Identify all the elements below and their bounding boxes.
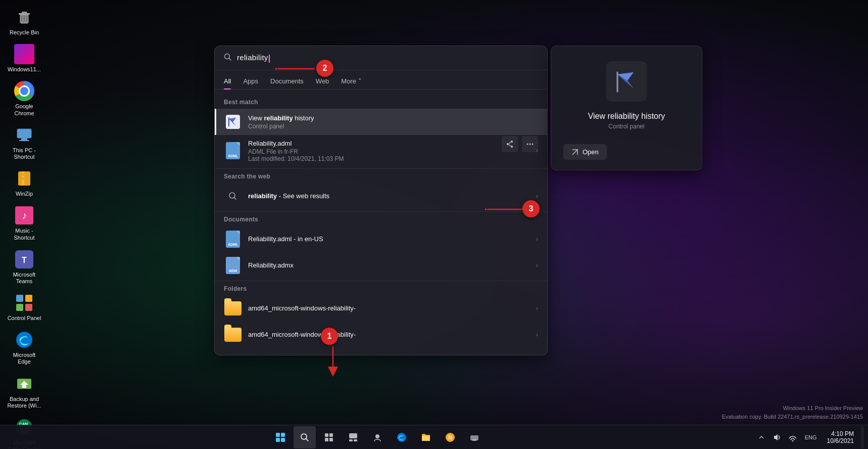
result-admx-arrow: › <box>536 262 538 269</box>
search-input[interactable]: reliability <box>237 53 538 62</box>
result-web-arrow: › <box>536 193 538 200</box>
tab-documents[interactable]: Documents <box>270 74 304 89</box>
result-folder-1[interactable]: amd64_microsoft-windows-reliability- › <box>215 295 547 322</box>
windows11-icon <box>14 44 34 64</box>
result-reliability-admx[interactable]: ADM Reliability.admx › <box>215 252 547 279</box>
search-results: Best match View reliability history <box>215 89 547 355</box>
language-label: ENG <box>805 434 817 440</box>
taskbar-edge-button[interactable] <box>391 426 413 448</box>
annotation-arrow-1 <box>328 346 343 377</box>
desktop-icon-edge[interactable]: Microsoft Edge <box>5 328 43 367</box>
desktop-icon-teams[interactable]: T Microsoft Teams <box>5 247 43 287</box>
result-folder2-arrow: › <box>536 331 538 338</box>
desktop-icon-music[interactable]: ♪ Music - Shortcut <box>5 203 43 243</box>
result-view-reliability-title: View reliability history <box>248 114 538 123</box>
svg-line-29 <box>229 59 231 61</box>
tab-more[interactable]: More ˅ <box>341 74 361 89</box>
winzip-label: WinZip <box>16 191 33 197</box>
taskbar-system-tray[interactable] <box>463 426 486 448</box>
show-desktop-button[interactable] <box>861 426 864 448</box>
taskbar-date: 10/6/2021 <box>827 437 854 444</box>
result-reliability-adml[interactable]: ADML Reliability.adml ADML File in fr-FR… <box>215 135 547 166</box>
annotation-2: 2 <box>316 60 333 77</box>
result-adml-subtitle2: Last modified: 10/4/2021, 11:03 PM <box>248 155 536 162</box>
winzip-icon <box>14 168 34 189</box>
result-adml-subtitle1: ADML File in fr-FR <box>248 148 536 155</box>
search-tabs: All Apps Documents Web More ˅ <box>215 70 547 89</box>
taskbar-explorer-button[interactable] <box>415 426 437 448</box>
svg-rect-52 <box>349 439 353 441</box>
result-admx-title: Reliability.admx <box>248 261 536 270</box>
svg-rect-7 <box>21 138 27 140</box>
svg-rect-12 <box>22 177 24 179</box>
result-adml-enus-arrow: › <box>536 236 538 243</box>
best-match-label: Best match <box>215 97 547 109</box>
desktop-icon-control-panel[interactable]: Control Panel <box>5 291 43 324</box>
taskbar-widgets-button[interactable] <box>342 426 364 448</box>
tab-apps[interactable]: Apps <box>243 74 258 89</box>
desktop-icon-windows11[interactable]: Windows11... <box>5 42 43 75</box>
selected-indicator <box>215 109 216 135</box>
result-adml-enus-text: Reliability.adml - in en-US <box>248 235 536 244</box>
taskbar-chat-button[interactable] <box>366 426 389 448</box>
taskbar-security-button[interactable]: N <box>439 426 461 448</box>
result-adml-title: Reliability.adml <box>248 139 536 148</box>
svg-rect-6 <box>17 129 31 138</box>
svg-rect-51 <box>349 433 357 438</box>
tab-all[interactable]: All <box>224 74 231 89</box>
result-folder-2[interactable]: amd64_microsoft-windows-reliability- › <box>215 322 547 348</box>
desktop-icon-backup[interactable]: Backup and Restore (Wi... <box>5 372 43 411</box>
taskbar-task-view-button[interactable] <box>318 426 340 448</box>
svg-rect-11 <box>22 173 24 175</box>
svg-rect-59 <box>472 439 476 441</box>
this-pc-icon <box>14 125 34 145</box>
result-adml-text: Reliability.adml ADML File in fr-FR Last… <box>248 139 536 162</box>
taskbar-search-icon <box>300 433 309 442</box>
start-button[interactable] <box>269 426 292 448</box>
recycle-bin-label: Recycle Bin <box>10 29 39 36</box>
result-reliability-adml-enus[interactable]: ADML Reliability.adml - in en-US › <box>215 226 547 252</box>
desktop-icon-winzip[interactable]: WinZip <box>5 166 43 199</box>
result-view-reliability[interactable]: View reliability history Control panel <box>215 109 547 135</box>
network-button[interactable] <box>786 426 800 448</box>
volume-button[interactable] <box>768 426 785 448</box>
svg-rect-19 <box>16 304 23 311</box>
svg-rect-47 <box>325 433 328 437</box>
edge-icon <box>14 330 34 350</box>
system-tray-icon <box>469 432 479 442</box>
result-folder1-arrow: › <box>536 305 538 312</box>
web-search-result-icon <box>224 187 242 205</box>
folder1-img <box>224 301 242 316</box>
svg-rect-18 <box>25 295 32 302</box>
folder1-icon <box>224 299 242 318</box>
admx-file-icon: ADM <box>226 257 240 274</box>
search-cursor <box>269 55 270 63</box>
search-bar: reliability <box>215 46 547 70</box>
chevron-up-icon <box>759 435 764 440</box>
show-hidden-icons-button[interactable] <box>755 431 767 443</box>
taskbar: N <box>0 425 868 449</box>
adml-file-icon: ADML <box>226 142 240 159</box>
svg-point-60 <box>792 440 793 441</box>
right-panel-open-button[interactable]: Open <box>563 144 607 160</box>
desktop-icon-chrome[interactable]: Google Chrome <box>5 79 43 118</box>
svg-text:T: T <box>22 256 27 264</box>
svg-line-46 <box>306 438 309 441</box>
taskbar-tray-icons: ENG <box>755 426 821 448</box>
documents-section-label: Documents <box>215 214 547 226</box>
backup-icon <box>14 374 34 394</box>
svg-rect-49 <box>325 438 328 441</box>
right-panel-flag-icon <box>606 61 647 104</box>
desktop-icon-this-pc[interactable]: This PC - Shortcut <box>5 123 43 162</box>
taskbar-clock[interactable]: 4:10 PM 10/6/2021 <box>823 430 858 444</box>
chat-icon <box>372 432 382 442</box>
taskbar-search-button[interactable] <box>294 426 316 448</box>
language-button[interactable]: ENG <box>801 426 821 448</box>
taskbar-edge-icon <box>397 432 407 442</box>
separator-1 <box>215 168 547 169</box>
adml-result-icon: ADML <box>224 142 242 160</box>
desktop-icon-recycle-bin[interactable]: Recycle Bin <box>5 5 43 38</box>
svg-rect-2 <box>22 12 27 14</box>
search-magnifier-icon <box>224 53 232 63</box>
svg-line-40 <box>234 198 236 200</box>
